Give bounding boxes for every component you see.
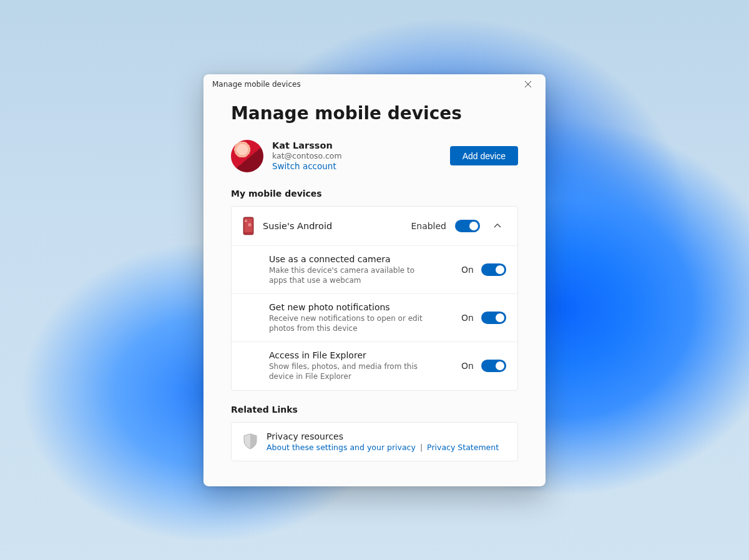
privacy-title: Privacy resources [267, 431, 499, 441]
shield-icon [243, 433, 258, 449]
devices-section-heading: My mobile devices [231, 188, 518, 198]
setting-connected-camera: Use as a connected camera Make this devi… [232, 245, 517, 293]
account-email: kat@contoso.com [272, 151, 441, 160]
setting-file-explorer: Access in File Explorer Show files, phot… [232, 341, 517, 390]
privacy-card: Privacy resources About these settings a… [231, 422, 518, 461]
setting-title: Access in File Explorer [269, 350, 454, 360]
page-title: Manage mobile devices [231, 102, 518, 123]
manage-mobile-devices-window: Manage mobile devices Manage mobile devi… [203, 74, 546, 486]
setting-text: Access in File Explorer Show files, phot… [269, 350, 454, 381]
close-button[interactable] [514, 74, 542, 93]
phone-icon [243, 216, 254, 235]
setting-title: Use as a connected camera [269, 253, 454, 263]
svg-point-3 [248, 223, 251, 226]
account-row: Kat Larsson kat@contoso.com Switch accou… [231, 139, 518, 172]
setting-text: Use as a connected camera Make this devi… [269, 253, 454, 285]
setting-photo-notifications: Get new photo notifications Receive new … [232, 293, 517, 341]
close-icon [524, 80, 532, 87]
separator: | [420, 443, 423, 452]
chevron-up-icon [493, 221, 502, 230]
privacy-statement-link[interactable]: Privacy Statement [427, 443, 499, 452]
related-links-heading: Related Links [231, 405, 518, 415]
titlebar: Manage mobile devices [203, 74, 546, 94]
content-area: Manage mobile devices Kat Larsson kat@co… [203, 94, 546, 486]
setting-title: Get new photo notifications [269, 302, 454, 312]
add-device-button[interactable]: Add device [450, 146, 518, 165]
device-name: Susie's Android [263, 220, 402, 230]
avatar [231, 139, 263, 172]
account-info: Kat Larsson kat@contoso.com Switch accou… [272, 140, 441, 171]
setting-toggle-label: On [461, 361, 474, 371]
switch-account-link[interactable]: Switch account [272, 161, 441, 171]
window-title: Manage mobile devices [212, 79, 514, 88]
setting-description: Show files, photos, and media from this … [269, 361, 431, 381]
setting-toggle-label: On [461, 313, 474, 323]
setting-toggle-label: On [461, 265, 474, 275]
svg-point-2 [245, 220, 247, 222]
device-enabled-toggle[interactable] [455, 219, 480, 232]
photo-notifications-toggle[interactable] [481, 312, 506, 324]
privacy-about-link[interactable]: About these settings and your privacy [267, 443, 416, 452]
privacy-links: About these settings and your privacy | … [267, 443, 499, 452]
privacy-text: Privacy resources About these settings a… [267, 431, 499, 452]
file-explorer-toggle[interactable] [481, 360, 506, 372]
device-header[interactable]: Susie's Android Enabled [232, 206, 517, 245]
setting-description: Receive new notifications to open or edi… [269, 313, 431, 333]
device-expand-button[interactable] [489, 217, 506, 234]
setting-description: Make this device's camera available to a… [269, 265, 431, 285]
setting-text: Get new photo notifications Receive new … [269, 302, 454, 333]
account-display-name: Kat Larsson [272, 140, 441, 150]
device-enabled-label: Enabled [411, 220, 446, 230]
connected-camera-toggle[interactable] [481, 263, 506, 276]
device-card: Susie's Android Enabled Use as a connect… [231, 205, 518, 390]
